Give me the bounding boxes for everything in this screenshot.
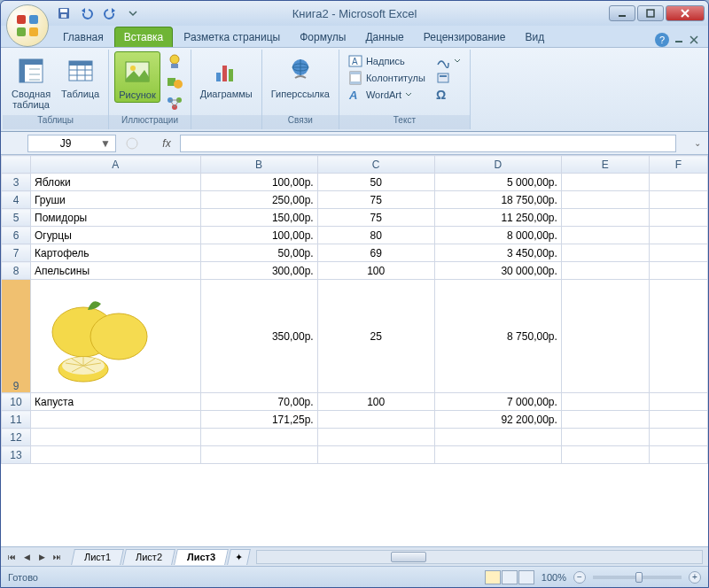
cell[interactable]: 150,00р. — [200, 209, 317, 227]
cell[interactable] — [649, 174, 707, 191]
tab-review[interactable]: Рецензирование — [415, 27, 515, 47]
fx-button[interactable]: fx — [157, 135, 176, 152]
cell[interactable]: 350,00р. — [200, 280, 317, 393]
row-header[interactable]: 10 — [2, 393, 31, 411]
cell[interactable] — [434, 446, 561, 464]
cell[interactable] — [561, 446, 649, 464]
cell[interactable]: 7 000,00р. — [434, 393, 561, 411]
tab-data[interactable]: Данные — [356, 27, 412, 47]
row-header[interactable]: 5 — [2, 209, 31, 227]
headerfooter-button[interactable]: Колонтитулы — [345, 70, 429, 86]
tab-formulas[interactable]: Формулы — [291, 27, 354, 47]
tab-view[interactable]: Вид — [516, 27, 553, 47]
row-header[interactable]: 7 — [2, 244, 31, 262]
col-header-B[interactable]: B — [200, 156, 317, 174]
cell[interactable]: 50 — [317, 174, 434, 191]
row-header[interactable]: 11 — [2, 411, 31, 429]
cell[interactable] — [561, 280, 649, 393]
cell[interactable]: 171,25р. — [200, 411, 317, 429]
help-button[interactable]: ? — [655, 33, 669, 47]
view-normal-button[interactable] — [485, 570, 501, 584]
new-sheet-button[interactable]: ✦ — [227, 549, 251, 565]
zoom-slider-knob[interactable] — [635, 572, 643, 583]
tab-home[interactable]: Главная — [54, 27, 113, 47]
hyperlink-button[interactable]: Гиперссылка — [268, 51, 333, 101]
formula-expand-button[interactable]: ⌄ — [694, 138, 708, 148]
cell[interactable] — [31, 411, 201, 429]
select-all[interactable] — [2, 156, 31, 174]
minimize-button[interactable] — [609, 5, 635, 21]
cell[interactable]: 100 — [317, 262, 434, 280]
cell[interactable] — [649, 244, 707, 262]
symbol-button[interactable]: Ω — [432, 87, 464, 103]
col-header-D[interactable]: D — [434, 156, 561, 174]
cell[interactable]: 25 — [317, 280, 434, 393]
col-header-A[interactable]: A — [31, 156, 201, 174]
cell[interactable] — [649, 411, 707, 429]
cell[interactable] — [649, 446, 707, 464]
signature-button[interactable] — [432, 53, 464, 69]
tab-next-button[interactable]: ▶ — [35, 550, 49, 564]
row-header[interactable]: 8 — [2, 262, 31, 280]
cell[interactable] — [31, 429, 201, 446]
undo-button[interactable] — [77, 4, 97, 23]
cell[interactable] — [200, 429, 317, 446]
tab-page-layout[interactable]: Разметка страницы — [175, 27, 289, 47]
cell[interactable] — [649, 393, 707, 411]
col-header-C[interactable]: C — [317, 156, 434, 174]
object-button[interactable] — [432, 70, 464, 86]
cell[interactable] — [649, 191, 707, 209]
cell[interactable] — [561, 262, 649, 280]
maximize-button[interactable] — [637, 5, 664, 21]
tab-insert[interactable]: Вставка — [114, 27, 174, 47]
formula-input[interactable] — [180, 135, 676, 152]
cell[interactable]: 70,00р. — [200, 393, 317, 411]
qat-customize-button[interactable] — [123, 4, 143, 23]
cell[interactable]: 100,00р. — [200, 174, 317, 191]
cell[interactable]: 18 750,00р. — [434, 191, 561, 209]
row-header[interactable]: 12 — [2, 429, 31, 446]
tab-last-button[interactable]: ⏭ — [50, 550, 64, 564]
cancel-formula-icon[interactable] — [125, 136, 139, 151]
cell[interactable] — [561, 209, 649, 227]
cell[interactable]: Помидоры — [31, 209, 201, 227]
cell[interactable]: 3 450,00р. — [434, 244, 561, 262]
cell[interactable] — [561, 227, 649, 244]
zoom-slider[interactable] — [593, 576, 682, 579]
row-header[interactable]: 13 — [2, 446, 31, 464]
col-header-F[interactable]: F — [649, 156, 707, 174]
cell[interactable]: 250,00р. — [200, 191, 317, 209]
sheet-tab-1[interactable]: Лист1 — [71, 549, 124, 565]
cell[interactable]: Картофель — [31, 244, 201, 262]
cell[interactable]: 100,00р. — [200, 227, 317, 244]
cell[interactable]: Апельсины — [31, 262, 201, 280]
col-header-E[interactable]: E — [561, 156, 649, 174]
cell[interactable]: 8 750,00р. — [434, 280, 561, 393]
row-header[interactable]: 3 — [2, 174, 31, 191]
cell[interactable] — [649, 429, 707, 446]
cell[interactable]: 75 — [317, 209, 434, 227]
cell[interactable]: Груши — [31, 191, 201, 209]
name-box-dropdown[interactable]: ▼ — [99, 137, 112, 150]
cell[interactable]: 300,00р. — [200, 262, 317, 280]
textbox-button[interactable]: A Надпись — [345, 53, 429, 69]
row-header[interactable]: 6 — [2, 227, 31, 244]
inserted-picture[interactable] — [35, 288, 168, 385]
tab-prev-button[interactable]: ◀ — [19, 550, 34, 564]
cell[interactable]: 100 — [317, 393, 434, 411]
cell[interactable] — [649, 227, 707, 244]
name-box[interactable]: J9 ▼ — [27, 135, 116, 152]
cell[interactable] — [561, 191, 649, 209]
sheet-tab-3[interactable]: Лист3 — [174, 549, 229, 565]
save-button[interactable] — [54, 4, 74, 23]
cell[interactable]: 75 — [317, 191, 434, 209]
row-header[interactable]: 9 — [2, 280, 31, 393]
view-page-layout-button[interactable] — [502, 570, 518, 584]
cell[interactable] — [561, 174, 649, 191]
office-button[interactable] — [6, 4, 49, 47]
cell[interactable] — [561, 393, 649, 411]
scrollbar-thumb[interactable] — [391, 552, 426, 562]
tab-first-button[interactable]: ⏮ — [4, 550, 19, 564]
cell[interactable] — [561, 244, 649, 262]
smartart-button[interactable] — [164, 94, 185, 113]
